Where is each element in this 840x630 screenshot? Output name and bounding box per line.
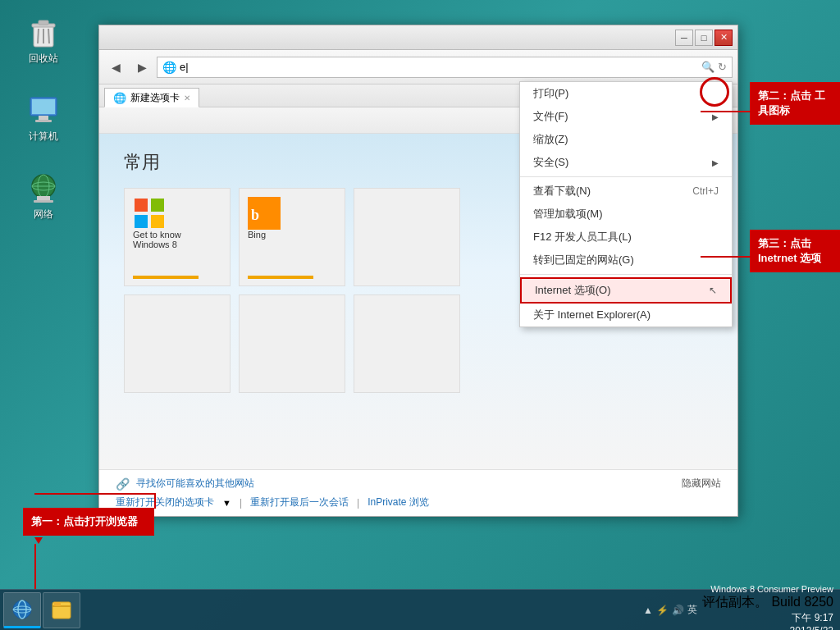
explorer-taskbar-icon (50, 599, 73, 622)
menu-about-ie-label: 关于 Internet Explorer(A) (533, 308, 651, 322)
tray-lang[interactable]: 英 (687, 603, 697, 617)
menu-zoom-label: 缩放(Z) (533, 132, 568, 147)
taskbar-items (0, 592, 84, 628)
clock-display: 下午 9:17 2012/5/22 (790, 611, 833, 631)
sep1: | (240, 497, 242, 509)
menu-internet-options[interactable]: Internet 选项(O) ↖ (520, 277, 732, 304)
context-menu: 打印(P) 文件(F) ▶ 缩放(Z) 安全(S) ▶ 查看下载(N) Ctrl… (519, 81, 733, 327)
time-display: 下午 9:17 (790, 611, 833, 625)
desktop: 回收站 计算机 网络 ─ □ ✕ ◀ ▶ (0, 0, 840, 630)
maximize-button[interactable]: □ (695, 30, 713, 46)
tile-empty4[interactable] (354, 294, 460, 393)
address-bar[interactable]: 🌐 🔍 ↻ (157, 57, 733, 78)
hidden-sites-label: 隐藏网站 (682, 477, 721, 491)
menu-file-arrow: ▶ (712, 112, 719, 121)
taskbar-ie[interactable] (3, 592, 41, 628)
tile-bing-bar (248, 276, 313, 279)
svg-rect-16 (135, 199, 148, 212)
minimize-button[interactable]: ─ (675, 30, 693, 46)
tile-windows8-bar (133, 276, 199, 279)
tile-windows8-label2: Windows 8 (133, 240, 177, 249)
tab-label: 新建选项卡 (130, 91, 180, 105)
network-label: 网络 (34, 208, 53, 221)
svg-rect-17 (151, 199, 164, 212)
address-bar-area: ◀ ▶ 🌐 🔍 ↻ (99, 50, 737, 84)
menu-safety[interactable]: 安全(S) ▶ (520, 151, 732, 174)
menu-print[interactable]: 打印(P) (520, 82, 732, 105)
tray-battery: ⚡ (656, 605, 669, 616)
menu-about-ie[interactable]: 关于 Internet Explorer(A) (520, 304, 732, 326)
tile-bing[interactable]: b Bing (239, 188, 345, 286)
sep2: | (357, 497, 359, 509)
svg-rect-28 (54, 602, 61, 606)
annotation-browser: 第一：点击打开浏览器 (23, 508, 154, 536)
taskbar-explorer[interactable] (43, 592, 80, 628)
discover-sites-link[interactable]: 寻找你可能喜欢的其他网站 (136, 477, 254, 491)
annotation-tools-text: 第二：点击 工具图标 (758, 89, 825, 116)
network-svg (27, 171, 60, 204)
arrow-down-line (34, 544, 36, 589)
menu-cursor: ↖ (709, 285, 717, 296)
title-bar: ─ □ ✕ (99, 25, 737, 50)
tray-arrow[interactable]: ▲ (643, 605, 653, 616)
action-dropdown-icon[interactable]: ▼ (222, 498, 231, 508)
svg-rect-14 (37, 196, 50, 200)
tab-close-button[interactable]: ✕ (184, 94, 190, 103)
svg-rect-19 (151, 215, 164, 228)
network-icon[interactable]: 网络 (15, 168, 72, 225)
svg-rect-15 (34, 200, 53, 203)
search-separator: 🔍 ↻ (701, 61, 727, 73)
tile-empty1[interactable] (354, 188, 460, 286)
arrow-vert-right (154, 493, 156, 509)
menu-downloads[interactable]: 查看下载(N) Ctrl+J (520, 180, 732, 203)
menu-internet-options-label: Internet 选项(O) (535, 283, 610, 298)
tile-empty2[interactable] (124, 294, 231, 393)
recycle-bin-icon[interactable]: 回收站 (15, 12, 72, 69)
reopen-session-link[interactable]: 重新打开最后一次会话 (250, 495, 349, 509)
menu-file[interactable]: 文件(F) ▶ (520, 105, 732, 128)
menu-downloads-shortcut: Ctrl+J (692, 185, 719, 197)
menu-file-label: 文件(F) (533, 109, 568, 124)
menu-addons[interactable]: 管理加载项(M) (520, 203, 732, 226)
menu-devtools[interactable]: F12 开发人员工具(L) (520, 226, 732, 249)
svg-rect-8 (39, 116, 48, 120)
menu-zoom[interactable]: 缩放(Z) (520, 128, 732, 151)
tile-empty3[interactable] (239, 294, 345, 393)
arrow-horiz-line (34, 493, 156, 495)
taskbar-right: ▲ ⚡ 🔊 英 Windows 8 Consumer Preview 评估副本。… (643, 584, 840, 631)
menu-divider1 (520, 176, 732, 177)
menu-print-label: 打印(P) (533, 86, 568, 101)
arrow-line-3 (701, 256, 750, 258)
tray-volume[interactable]: 🔊 (672, 605, 684, 616)
tile-windows8[interactable]: Get to know Windows 8 (124, 188, 231, 286)
taskbar: ▲ ⚡ 🔊 英 Windows 8 Consumer Preview 评估副本。… (0, 589, 840, 630)
system-tray: ▲ ⚡ 🔊 英 (643, 603, 697, 617)
inprivate-link[interactable]: InPrivate 浏览 (368, 495, 429, 509)
menu-addons-label: 管理加载项(M) (533, 207, 603, 221)
computer-icon[interactable]: 计算机 (15, 90, 72, 147)
svg-rect-7 (32, 99, 55, 114)
svg-rect-9 (35, 120, 52, 122)
ie-taskbar-icon (11, 598, 34, 621)
forward-button[interactable]: ▶ (130, 56, 153, 79)
recycle-bin-svg (27, 16, 60, 48)
annotation-options: 第三：点击 Inetrnet 选项 (750, 230, 840, 272)
browser-window: ─ □ ✕ ◀ ▶ 🌐 🔍 ↻ 🌐 新建选项卡 ✕ 🏠 (98, 25, 738, 517)
back-button[interactable]: ◀ (104, 56, 127, 79)
bing-tile-icon: b (248, 197, 281, 230)
menu-pinned[interactable]: 转到已固定的网站(G) (520, 249, 732, 272)
annotation-tools: 第二：点击 工具图标 (750, 82, 840, 125)
annotation-options-text: 第三：点击 Inetrnet 选项 (758, 237, 821, 264)
arrow-down-head (34, 537, 43, 544)
active-tab[interactable]: 🌐 新建选项卡 ✕ (104, 88, 199, 107)
build-info-label: 评估副本。 Build 8250 (702, 594, 833, 611)
menu-devtools-label: F12 开发人员工具(L) (533, 230, 632, 244)
address-input[interactable] (180, 61, 695, 73)
taskbar-info-block: Windows 8 Consumer Preview 评估副本。 Build 8… (702, 584, 833, 631)
svg-text:b: b (251, 207, 259, 223)
date-display: 2012/5/22 (790, 625, 833, 631)
svg-line-5 (48, 29, 49, 43)
tile-windows8-label1: Get to know (133, 230, 181, 240)
bottom-actions-bar: 重新打开关闭的选项卡 ▼ | 重新打开最后一次会话 | InPrivate 浏览 (116, 495, 721, 509)
close-button[interactable]: ✕ (714, 30, 733, 46)
